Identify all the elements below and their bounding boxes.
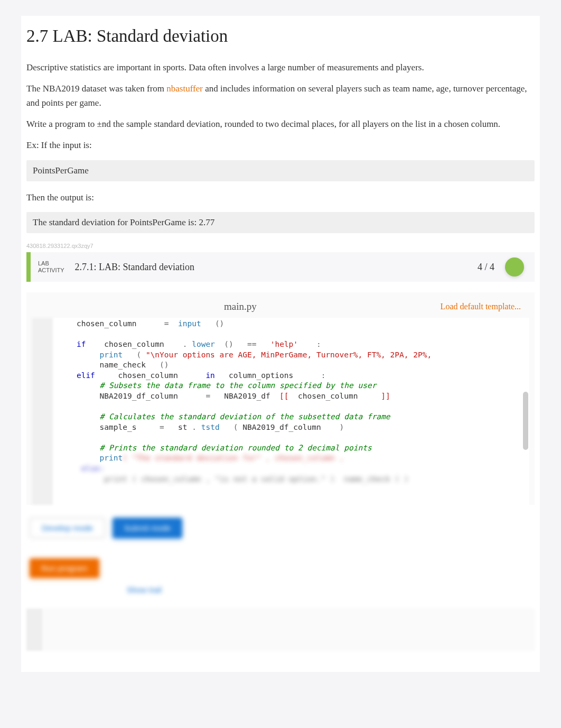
output-panel xyxy=(26,609,535,651)
meta-id: 430818.2933122.qx3zqy7 xyxy=(26,243,535,249)
code-token: () xyxy=(224,340,233,348)
lab-score: 4 / 4 xyxy=(478,262,494,273)
code-token: NBA2019_df xyxy=(224,392,270,400)
code-token: "\nYour options are AGE, MinPerGame, Tur… xyxy=(146,351,432,359)
editor-body[interactable]: chosen_column = input () if chosen_colum… xyxy=(32,318,529,505)
code-token: == xyxy=(247,340,256,348)
code-token: name_check xyxy=(100,361,146,369)
code-blurred: else: xyxy=(58,464,104,473)
code-token: chosen_column xyxy=(104,340,164,348)
run-program-button[interactable]: Run program xyxy=(30,558,99,578)
lab-tag: LAB ACTIVITY xyxy=(38,260,64,274)
code-token: ]] xyxy=(381,392,390,400)
code-token: sample_s xyxy=(100,423,137,431)
lab-title: 2.7.1: LAB: Standard deviation xyxy=(75,262,467,273)
code-comment: # Subsets the data frame to the column s… xyxy=(100,381,377,390)
code-token: : xyxy=(316,340,321,348)
example-input-label: Ex: If the input is: xyxy=(26,139,535,152)
page-content: 2.7 LAB: Standard deviation Descriptive … xyxy=(21,16,540,672)
code-token: = xyxy=(160,423,164,431)
code-token: () xyxy=(215,319,224,328)
lab-activity-header: LAB ACTIVITY 2.7.1: LAB: Standard deviat… xyxy=(26,252,535,282)
code-token: 'help' xyxy=(270,340,298,348)
code-token: . xyxy=(183,340,188,348)
page-title: 2.7 LAB: Standard deviation xyxy=(26,26,535,46)
code-blurred: ( "The standard deviation for" , chosen_… xyxy=(123,454,344,462)
code-token: tstd xyxy=(201,423,220,431)
code-token: column_options xyxy=(229,371,293,380)
lab-tag-line1: LAB xyxy=(38,260,64,267)
load-default-template-link[interactable]: Load default template... xyxy=(441,302,521,311)
nbastuffer-link[interactable]: nbastuffer xyxy=(166,84,203,94)
line-number-gutter xyxy=(32,318,53,505)
code-token: () xyxy=(160,361,169,369)
code-token: elif xyxy=(77,371,95,380)
code-token: NBA2019_df_column xyxy=(242,423,321,431)
score-bubble-icon xyxy=(505,257,524,277)
code-token: print xyxy=(100,351,123,359)
code-token: chosen_column xyxy=(298,392,358,400)
mode-button-row: Develop mode Submit mode xyxy=(30,518,535,538)
code-token: . xyxy=(192,423,197,431)
code-token: if xyxy=(77,340,86,348)
show-trail-link[interactable]: Show trail xyxy=(127,585,162,594)
code-token: : xyxy=(321,371,326,380)
code-editor: main.py Load default template... chosen_… xyxy=(26,292,535,505)
example-input-box: PointsPerGame xyxy=(26,160,535,181)
example-output-box: The standard deviation for PointsPerGame… xyxy=(26,212,535,233)
editor-header: main.py Load default template... xyxy=(32,298,529,318)
code-token: NBA2019_df_column xyxy=(100,392,178,400)
code-token: ( xyxy=(233,423,238,431)
code-comment: # Calculates the standard deviation of t… xyxy=(100,412,390,421)
code-token: = xyxy=(164,319,169,328)
intro-paragraph-3: Write a program to ±nd the sample standa… xyxy=(26,117,535,131)
example-output-label: Then the output is: xyxy=(26,191,535,205)
code-blurred: print ( chosen_column , "is not a valid … xyxy=(58,475,408,483)
code-token: [[ xyxy=(279,392,288,400)
code-token: ) xyxy=(340,423,344,431)
submit-mode-button[interactable]: Submit mode xyxy=(113,518,182,538)
code-token: print xyxy=(100,454,123,462)
intro-p2-a: The NBA2019 dataset was taken from xyxy=(26,84,166,94)
code-token: chosen_column xyxy=(118,371,179,380)
vertical-scrollbar[interactable] xyxy=(523,392,528,450)
editor-filename: main.py xyxy=(40,301,441,312)
intro-paragraph-1: Descriptive statistics are important in … xyxy=(26,61,535,75)
code-token: chosen_column xyxy=(77,319,137,328)
code-area[interactable]: chosen_column = input () if chosen_colum… xyxy=(53,318,529,505)
output-gutter xyxy=(26,609,42,651)
develop-mode-button[interactable]: Develop mode xyxy=(30,518,105,538)
lab-tag-line2: ACTIVITY xyxy=(38,267,64,274)
code-token: in xyxy=(205,371,214,380)
code-token: ( xyxy=(136,351,141,359)
code-token: = xyxy=(205,392,210,400)
code-token: st xyxy=(178,423,187,431)
code-comment: # Prints the standard deviation rounded … xyxy=(100,444,372,452)
code-token: input xyxy=(178,319,201,328)
code-token: lower xyxy=(192,340,215,348)
intro-paragraph-2: The NBA2019 dataset was taken from nbast… xyxy=(26,82,535,110)
